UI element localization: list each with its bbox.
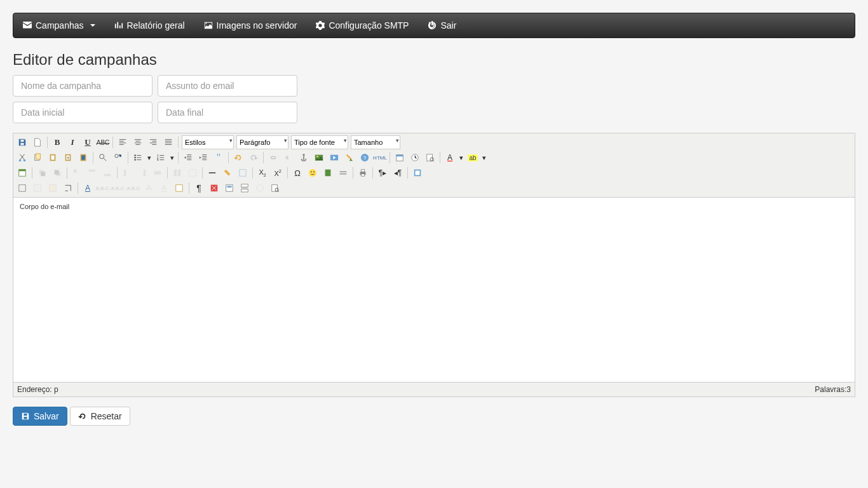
attribs-icon[interactable]: A.B.C: [126, 181, 140, 195]
undo-icon[interactable]: [231, 151, 245, 165]
table-props-icon[interactable]: [186, 166, 200, 180]
insert-time-icon[interactable]: [408, 151, 422, 165]
redo-icon[interactable]: [247, 151, 261, 165]
editor-path-value[interactable]: p: [54, 385, 58, 394]
text-color-dropdown-icon[interactable]: ▾: [458, 151, 465, 165]
find-icon[interactable]: [96, 151, 110, 165]
new-document-icon[interactable]: [31, 135, 44, 149]
nav-smtp-config[interactable]: Configuração SMTP: [306, 13, 418, 38]
background-color-dropdown-icon[interactable]: ▾: [481, 151, 487, 165]
paste-word-icon[interactable]: [76, 151, 90, 165]
styles-select[interactable]: Estilos: [182, 135, 234, 149]
pagebreak-icon[interactable]: [238, 181, 252, 195]
background-color-icon[interactable]: ab: [466, 151, 480, 165]
paragraph-select[interactable]: Parágrafo: [236, 135, 288, 149]
unordered-list-dropdown-icon[interactable]: ▾: [146, 151, 153, 165]
italic-icon[interactable]: I: [65, 135, 79, 149]
nav-campaigns-dropdown[interactable]: Campanhas: [13, 13, 105, 38]
template-icon[interactable]: [222, 181, 236, 195]
superscript-icon[interactable]: X2: [271, 166, 285, 180]
align-left-icon[interactable]: [116, 135, 130, 149]
save-button[interactable]: Salvar: [13, 407, 67, 426]
iespell-icon[interactable]: [321, 166, 335, 180]
unlink-icon[interactable]: [281, 151, 295, 165]
text-color-icon[interactable]: A: [443, 151, 457, 165]
paste-icon[interactable]: [46, 151, 60, 165]
toggle-guidelines-icon[interactable]: [236, 166, 250, 180]
find-replace-icon[interactable]: [111, 151, 125, 165]
absolute-icon[interactable]: [70, 166, 84, 180]
ins-element-icon[interactable]: A: [157, 181, 171, 195]
remove-formatting-icon[interactable]: [220, 166, 234, 180]
link-icon[interactable]: [266, 151, 280, 165]
ins-icon[interactable]: A.B.C.: [111, 181, 125, 195]
help-icon[interactable]: ?: [358, 151, 372, 165]
indent-icon[interactable]: [196, 151, 210, 165]
fullscreen-icon[interactable]: [410, 166, 424, 180]
blockquote-icon[interactable]: ": [212, 151, 226, 165]
outdent-icon[interactable]: [181, 151, 195, 165]
align-right-icon[interactable]: [146, 135, 160, 149]
paste-text-icon[interactable]: T: [61, 151, 75, 165]
editor-body[interactable]: Corpo do e-mail: [13, 198, 855, 382]
font-size-select[interactable]: Tamanho: [351, 135, 400, 149]
separator: [178, 152, 179, 163]
reset-button[interactable]: Resetar: [70, 407, 130, 426]
insert-layer-icon[interactable]: [15, 166, 29, 180]
insert-date-icon[interactable]: [393, 151, 407, 165]
insert-media-icon[interactable]: [327, 151, 341, 165]
nonbreaking-icon[interactable]: [207, 181, 221, 195]
split-cells-icon[interactable]: [151, 166, 165, 180]
date-end-input[interactable]: [158, 102, 297, 123]
email-subject-input[interactable]: [158, 75, 297, 97]
insert-image-icon[interactable]: [312, 151, 326, 165]
align-center-icon[interactable]: [131, 135, 145, 149]
merge-cells-icon[interactable]: [170, 166, 184, 180]
underline-icon[interactable]: U: [81, 135, 95, 149]
campaign-name-input[interactable]: [13, 75, 153, 97]
visualchars-icon[interactable]: [172, 181, 186, 195]
ordered-list-icon[interactable]: 123: [154, 151, 168, 165]
align-justify-icon[interactable]: [161, 135, 175, 149]
font-family-select[interactable]: Tipo de fonte: [291, 135, 348, 149]
advhr-icon[interactable]: [336, 166, 350, 180]
copy-icon[interactable]: [31, 151, 44, 165]
move-forward-icon[interactable]: [35, 166, 49, 180]
abbr-icon[interactable]: [61, 181, 75, 195]
insert-col-after-icon[interactable]: [120, 166, 134, 180]
date-start-input[interactable]: [13, 102, 153, 123]
horizontal-rule-icon[interactable]: [205, 166, 219, 180]
cleanup-icon[interactable]: [342, 151, 356, 165]
strikethrough-icon[interactable]: ABC: [96, 135, 110, 149]
del-element-icon[interactable]: A: [142, 181, 156, 195]
rtl-icon[interactable]: ◂¶: [391, 166, 405, 180]
del-icon[interactable]: A.B.C.: [96, 181, 110, 195]
insert-row-before-icon[interactable]: [100, 166, 114, 180]
acronym-icon[interactable]: A: [81, 181, 95, 195]
move-backward-icon[interactable]: [50, 166, 64, 180]
insert-row-after-icon[interactable]: [85, 166, 99, 180]
spellcheck-icon[interactable]: [268, 181, 282, 195]
ordered-list-dropdown-icon[interactable]: ▾: [169, 151, 175, 165]
nav-logout[interactable]: Sair: [418, 13, 466, 38]
cite-icon[interactable]: [46, 181, 60, 195]
save-icon[interactable]: [15, 135, 29, 149]
select-all-icon[interactable]: [15, 181, 29, 195]
nav-report[interactable]: Relatório geral: [105, 13, 194, 38]
restore-draft-icon[interactable]: [253, 181, 267, 195]
style-props-icon[interactable]: [31, 181, 44, 195]
anchor-icon[interactable]: [297, 151, 311, 165]
special-char-icon[interactable]: Ω: [290, 166, 304, 180]
unordered-list-icon[interactable]: [131, 151, 145, 165]
html-source-icon[interactable]: HTML: [373, 151, 387, 165]
preview-icon[interactable]: [423, 151, 437, 165]
nav-images[interactable]: Imagens no servidor: [194, 13, 307, 38]
show-invisible-icon[interactable]: ¶: [192, 181, 206, 195]
print-icon[interactable]: [356, 166, 370, 180]
ltr-icon[interactable]: ¶▸: [376, 166, 390, 180]
insert-col-before-icon[interactable]: [135, 166, 149, 180]
subscript-icon[interactable]: X2: [255, 166, 269, 180]
emoticons-icon[interactable]: [306, 166, 320, 180]
cut-icon[interactable]: [15, 151, 29, 165]
bold-icon[interactable]: B: [50, 135, 64, 149]
